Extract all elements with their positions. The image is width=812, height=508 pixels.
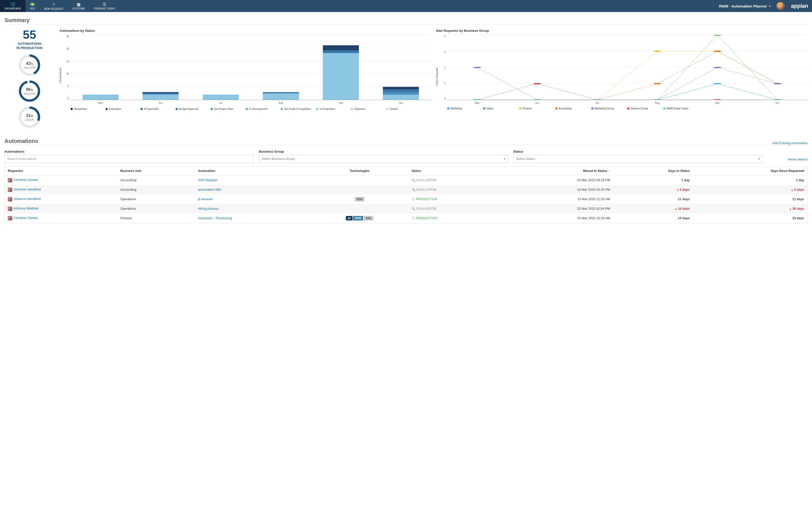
table-row[interactable]: Anthony Matthew Operations Hiring proces… [5,204,808,213]
gauge: 42%using BPM [18,54,41,76]
legend-item[interactable]: Requested [70,108,100,110]
search-icon: 🔍 [412,188,415,192]
svg-point-34 [713,67,721,68]
status-select[interactable]: Select Status ▾ [513,155,762,163]
avatar[interactable] [776,2,784,10]
y-axis-label: # New Requests [436,68,438,86]
technologies-cell: RPA [311,195,409,204]
status-label: EVALUATION [417,207,436,210]
technologies-cell: AIBPMRPA [311,213,409,223]
column-header[interactable]: Days in Status [613,166,693,175]
nav-label: NEW REQUEST [44,7,63,10]
moved-to-status: 19 Mar 2020 03:25 PM [500,185,613,195]
svg-point-21 [654,50,662,52]
svg-point-40 [713,99,721,100]
legend-item[interactable]: Set Project Start [210,108,241,110]
legend-item[interactable]: Marketing [447,107,477,110]
chart-automations-by-status: Automations by Status # Automations 2520… [59,29,431,128]
days-in-status: 14 days [613,213,693,223]
sort-desc-icon: ↓ [609,169,610,173]
legend-item[interactable]: Finance Group [627,107,657,110]
legend-item[interactable]: RWM Super Users [663,107,693,110]
legend-item[interactable]: Sales [483,107,513,110]
table-row[interactable]: Christine Chenal Accounting SAP Request … [5,175,808,185]
brand-logo: appian [787,0,812,12]
chart-title: Automations by Status [59,29,431,33]
reset-search-link[interactable]: Reset Search [767,157,808,163]
svg-point-27 [654,83,662,84]
y-axis-label: # Automations [59,68,62,83]
legend-item[interactable]: Rejected [351,108,381,110]
days-since-requested: 15 days [693,213,807,223]
kpi-label: AUTOMATIONSIN PRODUCTION [16,42,43,50]
requestor-link[interactable]: Johanne Handfield [13,197,41,201]
chart-title: New Requests by Business Group [436,29,808,33]
automation-link[interactable]: SAP Request [198,178,217,182]
legend-item[interactable]: AI Specialist [141,108,171,110]
days-since-requested: 36 days [693,204,807,213]
legend-item[interactable]: Marketing Group [591,107,621,110]
automation-link[interactable]: Insurance – Processing [198,216,232,220]
plus-icon: ＋ [52,2,56,7]
nav-dashboard[interactable]: 🩺 DASHBOARD [0,0,26,12]
requestor-link[interactable]: Anthony Matthew [13,206,39,210]
business-unit: Accounting [117,175,195,185]
monitor-icon: 🖵 [412,216,415,220]
legend-item[interactable]: Closed [386,108,416,110]
svg-point-44 [593,99,601,100]
legend-item[interactable]: Evaluation [105,108,136,110]
app-switcher[interactable]: RWM - Automation Planner ▼ [716,0,774,12]
days-in-status: 11 days [613,195,693,204]
svg-point-46 [713,83,721,84]
nav-pending-tasks[interactable]: ☰ PENDING TASKS [90,0,120,12]
table-row[interactable]: Johanne Handfield Accounting automation … [5,185,808,195]
business-unit: Accounting [117,185,195,195]
kpi-panel: 55 AUTOMATIONSIN PRODUCTION 42%using BPM… [4,29,54,128]
automation-link[interactable]: Hiring process [198,207,219,210]
legend-item[interactable]: In Production [316,108,346,110]
bar-plot [70,35,431,100]
column-header[interactable]: Technologies [311,166,409,175]
nav-systems[interactable]: ▦ SYSTEMS [68,0,90,12]
days-in-status: 5 days [613,185,693,195]
status-label: PRODUCTION [416,216,437,220]
column-header[interactable]: Days Since Requested [693,166,807,175]
avatar [8,187,12,192]
search-automations-input[interactable] [4,155,254,163]
legend-item[interactable]: Accounting [555,107,585,110]
grid-icon: ▦ [77,2,81,7]
table-row[interactable]: Christine Chenal Finance Insurance – Pro… [5,213,808,223]
column-header[interactable]: Requestor [5,166,117,175]
filter-group-label: Business Group [259,150,508,154]
gauge: 96%using RPA [18,80,41,102]
roi-icon: 💵 [30,2,35,7]
avatar [8,206,12,211]
gauge: 31%using AI [18,106,41,128]
moved-to-status: 10 Mar 2020 10:30 AM [500,213,613,223]
status-label: EVALUATION [417,178,436,182]
add-existing-automation-link[interactable]: Add Existing Automation [772,141,808,145]
table-row[interactable]: Johanne Handfield Operations jh browser … [5,195,808,204]
column-header[interactable]: Business Unit [117,166,195,175]
automation-link[interactable]: automation ABC [198,188,221,192]
svg-point-28 [713,50,721,52]
column-header[interactable]: Status [409,166,500,175]
requestor-link[interactable]: Christine Chenal [13,216,38,220]
legend-item[interactable]: Budget Approval [176,108,205,110]
requestor-link[interactable]: Christine Chenal [13,178,38,182]
legend-item[interactable]: Set Project Completion [281,108,311,110]
svg-point-30 [473,67,481,68]
requestor-link[interactable]: Johanne Handfield [13,187,41,191]
nav-roi[interactable]: 💵 ROI [26,0,40,12]
days-since-requested: 1 day [693,175,807,185]
business-group-select[interactable]: Select Business Group ▾ [259,155,508,163]
legend-item[interactable]: Finance [519,107,549,110]
legend-item[interactable]: In Development [246,108,276,110]
svg-point-43 [533,99,541,100]
column-header[interactable]: Automation [195,166,311,175]
avatar [8,178,12,182]
nav-new-request[interactable]: ＋ NEW REQUEST [40,0,68,12]
svg-point-35 [773,83,781,84]
column-header[interactable]: Moved to Status ↓ [500,166,613,175]
automation-link[interactable]: jh browser [198,197,213,201]
